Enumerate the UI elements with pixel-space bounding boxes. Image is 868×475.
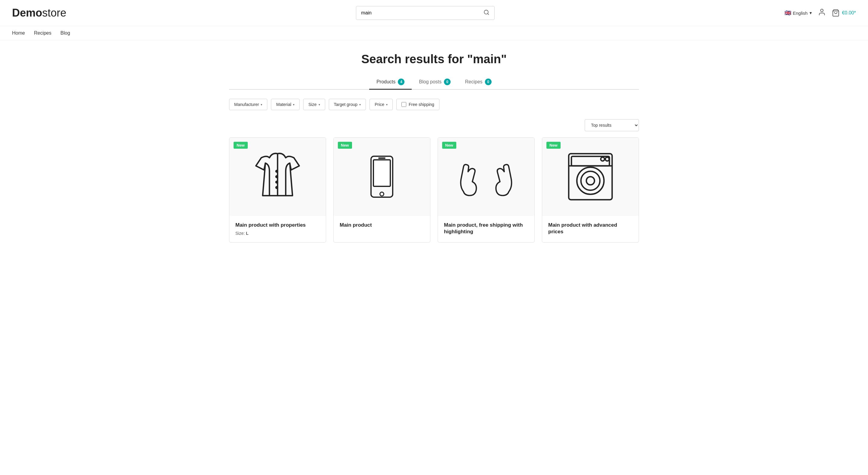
- product-info: Main product with advanced prices: [542, 216, 639, 242]
- product-name: Main product: [340, 222, 424, 229]
- product-detail-label: Size:: [236, 231, 245, 236]
- svg-point-11: [380, 192, 384, 196]
- product-detail-value: L: [246, 231, 249, 236]
- logo[interactable]: Demostore: [12, 7, 66, 19]
- language-selector[interactable]: 🇬🇧 English ▾: [784, 10, 812, 16]
- cart-price: €0.00*: [842, 10, 856, 15]
- tab-recipes-count: 0: [485, 78, 492, 85]
- product-name: Main product with properties: [236, 222, 320, 229]
- nav-home[interactable]: Home: [12, 30, 25, 36]
- free-shipping-checkbox[interactable]: [401, 102, 406, 107]
- product-name: Main product, free shipping with highlig…: [444, 222, 528, 235]
- main-navigation: Home Recipes Blog: [0, 26, 868, 40]
- sort-select[interactable]: Top results Price ascending Price descen…: [585, 119, 639, 131]
- svg-point-14: [581, 171, 600, 190]
- filter-manufacturer[interactable]: Manufacturer ▾: [229, 99, 267, 110]
- tab-blog-label: Blog posts: [419, 79, 441, 84]
- results-tabs: Products 4 Blog posts 0 Recipes 0: [229, 75, 639, 90]
- chevron-down-icon: ▾: [386, 103, 388, 106]
- search-bar: [356, 6, 495, 20]
- product-info: Main product with properties Size: L: [229, 216, 326, 240]
- tab-products-label: Products: [376, 79, 396, 84]
- language-label: English: [793, 10, 808, 15]
- product-grid: New Main product with p: [229, 137, 639, 243]
- product-badge: New: [547, 142, 561, 149]
- svg-point-18: [606, 157, 610, 161]
- product-detail: Size: L: [236, 231, 320, 236]
- tab-recipes-label: Recipes: [465, 79, 483, 84]
- product-card[interactable]: New Main product with p: [229, 137, 326, 243]
- product-image: [334, 138, 430, 216]
- sort-row: Top results Price ascending Price descen…: [229, 119, 639, 131]
- user-account-icon[interactable]: [818, 8, 826, 18]
- search-input[interactable]: [361, 10, 481, 15]
- tab-blog-posts[interactable]: Blog posts 0: [412, 75, 458, 90]
- filter-manufacturer-label: Manufacturer: [234, 102, 259, 107]
- filter-price-label: Price: [375, 102, 384, 107]
- chevron-down-icon: ▾: [359, 103, 361, 106]
- product-card[interactable]: New Main product with advanced prices: [542, 137, 639, 243]
- product-badge: New: [338, 142, 352, 149]
- chevron-down-icon: ▾: [318, 103, 320, 106]
- product-card[interactable]: New Main product: [333, 137, 430, 243]
- flag-icon: 🇬🇧: [784, 10, 791, 16]
- svg-point-6: [276, 181, 278, 183]
- logo-light: store: [42, 7, 66, 19]
- tab-products-count: 4: [398, 78, 404, 85]
- search-results-title: Search results for "main": [229, 53, 639, 66]
- svg-point-17: [601, 157, 604, 161]
- chevron-down-icon: ▾: [293, 103, 294, 106]
- filter-bar: Manufacturer ▾ Material ▾ Size ▾ Target …: [229, 99, 639, 110]
- cart-button[interactable]: €0.00*: [832, 9, 856, 17]
- filter-target-group-label: Target group: [334, 102, 358, 107]
- product-image: [229, 138, 326, 216]
- logo-bold: Demo: [12, 7, 42, 19]
- product-info: Main product, free shipping with highlig…: [438, 216, 534, 242]
- product-name: Main product with advanced prices: [548, 222, 632, 235]
- tab-products[interactable]: Products 4: [369, 75, 412, 90]
- filter-price[interactable]: Price ▾: [370, 99, 393, 110]
- filter-material-label: Material: [276, 102, 291, 107]
- search-icon[interactable]: [484, 9, 490, 16]
- chevron-down-icon: ▾: [261, 103, 262, 106]
- product-badge: New: [442, 142, 456, 149]
- svg-point-4: [276, 170, 278, 172]
- free-shipping-label: Free shipping: [409, 102, 434, 107]
- filter-target-group[interactable]: Target group ▾: [329, 99, 366, 110]
- tab-blog-count: 0: [444, 78, 451, 85]
- filter-material[interactable]: Material ▾: [271, 99, 300, 110]
- svg-line-1: [488, 13, 489, 15]
- chevron-down-icon: ▾: [809, 10, 812, 15]
- svg-rect-9: [373, 160, 390, 186]
- svg-point-15: [587, 177, 595, 185]
- svg-rect-10: [378, 158, 385, 159]
- filter-size-label: Size: [308, 102, 316, 107]
- svg-point-5: [276, 176, 278, 177]
- product-card[interactable]: New Main product, free shipping with hig…: [438, 137, 535, 243]
- header: Demostore 🇬🇧 English ▾ €0.00*: [0, 0, 868, 26]
- header-actions: 🇬🇧 English ▾ €0.00*: [784, 8, 856, 18]
- filter-free-shipping[interactable]: Free shipping: [396, 99, 439, 110]
- nav-blog[interactable]: Blog: [61, 30, 70, 36]
- tab-recipes[interactable]: Recipes 0: [458, 75, 499, 90]
- product-image: [438, 138, 534, 216]
- svg-point-7: [276, 186, 278, 188]
- product-badge: New: [234, 142, 248, 149]
- nav-recipes[interactable]: Recipes: [34, 30, 52, 36]
- product-info: Main product: [334, 216, 430, 236]
- product-image: [542, 138, 639, 216]
- svg-point-2: [820, 9, 823, 12]
- main-content: Search results for "main" Products 4 Blo…: [217, 40, 651, 255]
- filter-size[interactable]: Size ▾: [303, 99, 325, 110]
